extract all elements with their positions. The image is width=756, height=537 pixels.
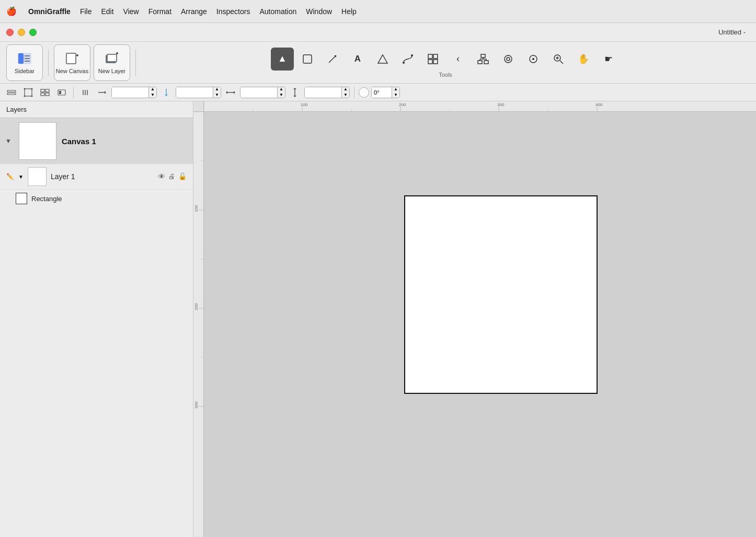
menu-format[interactable]: Format — [148, 7, 171, 16]
geo-arrange-icon[interactable] — [38, 85, 52, 100]
svg-rect-23 — [478, 61, 482, 64]
geo-x-field[interactable]: ▲ ▼ — [111, 87, 157, 98]
tool-zoom[interactable] — [547, 48, 570, 71]
svg-rect-24 — [484, 61, 488, 64]
geo-w-field[interactable]: ▲ ▼ — [240, 87, 285, 98]
svg-rect-5 — [66, 53, 76, 64]
geo-bounds-icon[interactable] — [21, 85, 36, 100]
geo-style-icon[interactable] — [54, 85, 69, 100]
geo-layers-icon[interactable] — [4, 85, 19, 100]
tool-grid[interactable] — [421, 48, 444, 71]
geo-h-input[interactable] — [305, 87, 341, 98]
new-canvas-button[interactable]: New Canvas — [54, 44, 90, 81]
canvas-rectangle-shape[interactable] — [404, 195, 598, 394]
shape-item[interactable]: Rectangle — [0, 190, 193, 207]
maximize-button[interactable] — [29, 29, 37, 36]
tool-line[interactable] — [321, 48, 344, 71]
minimize-button[interactable] — [18, 29, 25, 36]
layers-header: Layers — [0, 101, 193, 118]
geo-angle-field[interactable]: ▲ ▼ — [371, 87, 400, 98]
tool-hand[interactable]: ✋ — [572, 48, 595, 71]
svg-rect-22 — [481, 54, 485, 57]
tool-pointer[interactable]: ☛ — [597, 48, 620, 71]
svg-rect-45 — [45, 89, 49, 92]
geo-w-down[interactable]: ▼ — [278, 92, 285, 98]
main-area: Layers ▼ Canvas 1 ✏️ ▼ Layer 1 👁 🖨 🔓 Rec… — [0, 101, 756, 537]
svg-point-32 — [532, 58, 534, 60]
menu-view[interactable]: View — [123, 7, 139, 16]
geo-rule-icon[interactable] — [78, 85, 93, 100]
svg-rect-37 — [7, 90, 16, 92]
svg-point-41 — [31, 88, 33, 89]
svg-marker-62 — [293, 96, 296, 97]
svg-point-42 — [24, 95, 26, 97]
menu-edit[interactable]: Edit — [101, 7, 113, 16]
canvas-content — [204, 112, 756, 537]
geo-w-up[interactable]: ▲ — [278, 87, 285, 92]
geo-x-down[interactable]: ▼ — [149, 92, 156, 98]
layer-action-icons: 👁 🖨 🔓 — [158, 172, 187, 181]
tool-select[interactable]: ▲ — [271, 48, 294, 71]
toolbar-sep-1 — [48, 50, 49, 76]
geo-h-up[interactable]: ▲ — [342, 87, 349, 92]
geo-y-input[interactable] — [176, 87, 213, 98]
geo-angle-up[interactable]: ▲ — [392, 87, 399, 92]
new-layer-button[interactable]: New Layer — [94, 44, 130, 81]
menu-inspectors[interactable]: Inspectors — [216, 7, 250, 16]
geo-x-up[interactable]: ▲ — [149, 87, 156, 92]
tool-nav[interactable]: ‹ — [446, 48, 469, 71]
geo-angle-circle — [359, 87, 369, 98]
geo-down-arrow-icon[interactable] — [159, 85, 174, 100]
menu-arrange[interactable]: Arrange — [181, 7, 207, 16]
svg-rect-38 — [7, 93, 16, 95]
sidebar-button[interactable]: Sidebar — [6, 44, 43, 81]
menu-help[interactable]: Help — [341, 7, 357, 16]
tool-bezier[interactable] — [396, 48, 419, 71]
geo-y-spin[interactable]: ▲ ▼ — [213, 87, 221, 98]
tool-triangle[interactable] — [371, 48, 394, 71]
geo-h-spin[interactable]: ▲ ▼ — [341, 87, 349, 98]
svg-point-16 — [403, 62, 405, 64]
layer-thumbnail — [28, 167, 47, 186]
geo-h-field[interactable]: ▲ ▼ — [304, 87, 350, 98]
svg-rect-12 — [303, 55, 312, 63]
menu-window[interactable]: Window — [306, 7, 332, 16]
menu-file[interactable]: File — [80, 7, 92, 16]
geo-h-down[interactable]: ▼ — [342, 92, 349, 98]
geo-angle-spin[interactable]: ▲ ▼ — [392, 87, 399, 98]
geo-y-up[interactable]: ▲ — [213, 87, 221, 92]
close-button[interactable] — [6, 29, 14, 36]
ruler-corner — [193, 101, 204, 112]
svg-marker-61 — [293, 88, 296, 89]
layer-lock-icon[interactable]: 🔓 — [178, 172, 187, 181]
geo-width-icon[interactable] — [223, 85, 238, 100]
geo-sep-1 — [73, 87, 74, 98]
menu-app-name[interactable]: OmniGraffle — [28, 7, 71, 16]
tool-text[interactable]: A — [346, 48, 369, 71]
geo-expand-icon[interactable] — [95, 85, 109, 100]
geo-height-icon[interactable] — [288, 85, 302, 100]
geo-x-spin[interactable]: ▲ ▼ — [148, 87, 156, 98]
tool-diagram[interactable] — [472, 48, 495, 71]
svg-rect-1 — [18, 53, 24, 64]
geo-w-input[interactable] — [240, 87, 277, 98]
tool-shape[interactable] — [296, 48, 319, 71]
tool-magnet[interactable] — [522, 48, 545, 71]
new-canvas-label: New Canvas — [56, 68, 88, 74]
canvas-item[interactable]: ▼ Canvas 1 — [0, 118, 193, 164]
geo-y-field[interactable]: ▲ ▼ — [176, 87, 221, 98]
layer-eye-icon[interactable]: 👁 — [158, 172, 165, 181]
geo-angle-input[interactable] — [372, 87, 392, 98]
geo-x-input[interactable] — [112, 87, 148, 98]
menu-automation[interactable]: Automation — [259, 7, 296, 16]
geo-angle-down[interactable]: ▼ — [392, 92, 399, 98]
geo-y-down[interactable]: ▼ — [213, 92, 221, 98]
layer-print-icon[interactable]: 🖨 — [168, 172, 175, 181]
tool-eraser[interactable] — [497, 48, 520, 71]
svg-rect-9 — [107, 54, 117, 62]
geo-w-spin[interactable]: ▲ ▼ — [277, 87, 285, 98]
layer-name: Layer 1 — [51, 172, 154, 181]
layer-edit-icon[interactable]: ✏️ — [6, 173, 14, 180]
svg-rect-18 — [428, 54, 432, 59]
layer-item[interactable]: ✏️ ▼ Layer 1 👁 🖨 🔓 — [0, 164, 193, 190]
